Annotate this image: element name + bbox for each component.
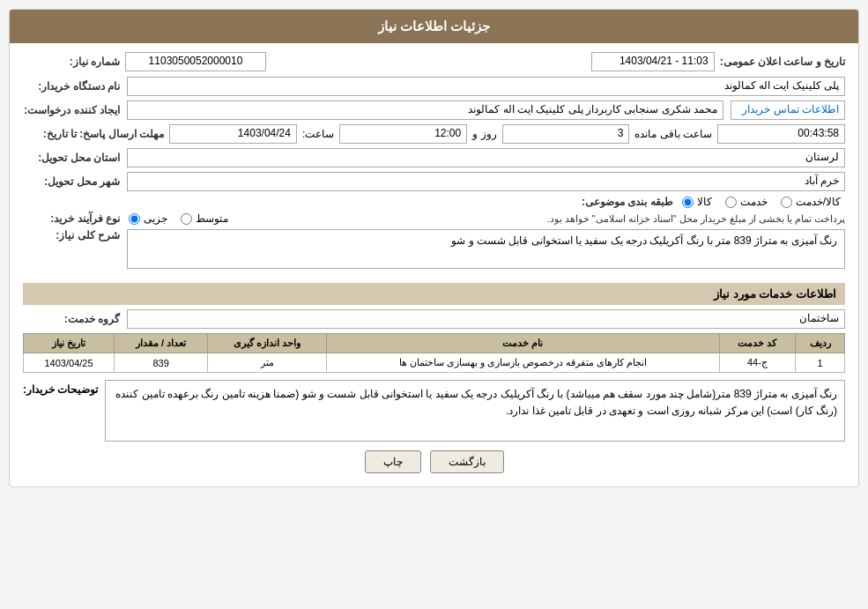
services-section-label: اطلاعات خدمات مورد نیاز [714, 287, 836, 301]
buyer-notes-value: رنگ آمیزی به متراژ 839 متر(شامل چند مورد… [115, 388, 837, 417]
print-button[interactable]: چاپ [365, 450, 421, 473]
requester-label: ایجاد کننده درخواست: [23, 104, 120, 116]
top-header-row: تاریخ و ساعت اعلان عمومی: 1403/04/21 - 1… [23, 52, 845, 71]
category-option-label-kala-khedmat: کالا/خدمت [796, 196, 841, 208]
services-table: ردیف کد خدمت نام خدمت واحد اندازه گیری ت… [23, 333, 845, 373]
process-row: پرداخت تمام یا بخشی از مبلغ خریدار محل "… [23, 212, 845, 225]
category-radio-kala-khedmat[interactable] [781, 197, 792, 208]
process-label: نوع فرآیند خرید: [23, 212, 120, 225]
page-wrapper: جزئیات اطلاعات نیاز تاریخ و ساعت اعلان ع… [0, 0, 868, 609]
buyer-org-value: پلی کلینیک ایت اله کمالوند [127, 77, 845, 96]
need-number-col: 1103050052000010 شماره نیاز: [23, 52, 266, 71]
category-row: کالا/خدمت خدمت کالا طبقه بندی موضوعی: [23, 196, 845, 208]
category-option-khedmat[interactable]: خدمت [725, 196, 768, 208]
province-label: استان محل تحویل: [23, 152, 120, 164]
table-body: 1ج-44انجام کارهای متفرقه درخصوص بازسازی … [24, 353, 845, 373]
category-radio-khedmat[interactable] [725, 197, 737, 208]
deadline-label: مهلت ارسال پاسخ: تا تاریخ: [23, 128, 164, 140]
deadline-date: 1403/04/24 [169, 124, 297, 144]
process-option-label-mutavassit: متوسط [196, 212, 228, 225]
city-row: خرم آباد شهر محل تحویل: [23, 172, 845, 191]
deadline-time: 12:00 [339, 124, 467, 144]
table-cell-quantity: 839 [115, 353, 208, 373]
need-desc-box: رنگ آمیزی به متراژ 839 متر با رنگ آکریلی… [127, 229, 845, 269]
buyer-org-label: نام دستگاه خریدار: [23, 80, 120, 93]
col-header-row: ردیف [796, 334, 845, 353]
time-label: ساعت: [302, 128, 334, 140]
services-section-header: اطلاعات خدمات مورد نیاز [23, 283, 845, 305]
process-radio-jozii[interactable] [129, 213, 140, 225]
need-number-value: 1103050052000010 [125, 52, 266, 71]
table-wrapper: ردیف کد خدمت نام خدمت واحد اندازه گیری ت… [23, 333, 845, 373]
city-label: شهر محل تحویل: [23, 175, 120, 188]
category-radio-group: کالا/خدمت خدمت کالا [682, 196, 841, 208]
buyer-notes-box: رنگ آمیزی به متراژ 839 متر(شامل چند مورد… [105, 380, 845, 442]
need-number-label: شماره نیاز: [23, 56, 120, 68]
province-value: لرستان [127, 148, 845, 167]
need-desc-label: شرح کلی نیاز: [23, 229, 120, 241]
table-cell-row: 1 [796, 353, 845, 373]
need-desc-row: رنگ آمیزی به متراژ 839 متر با رنگ آکریلی… [23, 229, 845, 276]
announce-datetime-label: تاریخ و ساعت اعلان عمومی: [720, 56, 845, 68]
col-header-code: کد خدمت [719, 334, 795, 353]
service-group-row: ساختمان گروه خدمت: [23, 309, 845, 329]
table-cell-date: 1403/04/25 [24, 353, 115, 373]
category-option-label-khedmat: خدمت [740, 196, 768, 208]
category-radio-kala[interactable] [682, 197, 694, 208]
category-option-kala[interactable]: کالا [682, 196, 712, 208]
btn-row: بازگشت چاپ [23, 450, 845, 473]
process-radio-group: متوسط جزیی [129, 212, 228, 225]
need-desc-value: رنگ آمیزی به متراژ 839 متر با رنگ آکریلی… [451, 234, 837, 247]
col-header-qty: تعداد / مقدار [115, 334, 208, 353]
requester-row: اطلاعات تماس خریدار محمد شکری سنجابی کار… [23, 100, 845, 120]
category-label: طبقه بندی موضوعی: [576, 196, 673, 208]
table-head: ردیف کد خدمت نام خدمت واحد اندازه گیری ت… [24, 334, 845, 353]
requester-value: محمد شکری سنجابی کاربرداز پلی کلینیک ایت… [127, 100, 723, 120]
category-option-label-kala: کالا [697, 196, 712, 208]
service-group-value: ساختمان [127, 309, 845, 329]
deadline-days: 3 [502, 124, 630, 144]
buyer-notes-label: توضیحات خریدار: [23, 380, 98, 396]
table-cell-code: ج-44 [719, 353, 795, 373]
process-option-label-jozii: جزیی [144, 212, 167, 225]
buyer-notes-section: رنگ آمیزی به متراژ 839 متر(شامل چند مورد… [23, 380, 845, 442]
col-header-name: نام خدمت [327, 334, 720, 353]
table-cell-name: انجام کارهای متفرقه درخصوص بازسازی و بهس… [327, 353, 720, 373]
deadline-row: 00:43:58 ساعت باقی مانده 3 روز و 12:00 س… [23, 124, 845, 144]
col-header-date: تاریخ نیاز [24, 334, 115, 353]
main-card: جزئیات اطلاعات نیاز تاریخ و ساعت اعلان ع… [9, 9, 859, 487]
process-option-mutavassit[interactable]: متوسط [181, 212, 228, 225]
category-option-kala-khedmat[interactable]: کالا/خدمت [781, 196, 841, 208]
announce-datetime-value: 1403/04/21 - 11:03 [591, 52, 715, 71]
buyer-org-row: پلی کلینیک ایت اله کمالوند نام دستگاه خر… [23, 77, 845, 96]
process-note: پرداخت تمام یا بخشی از مبلغ خریدار محل "… [237, 213, 845, 225]
back-button[interactable]: بازگشت [430, 450, 504, 473]
process-option-jozii[interactable]: جزیی [129, 212, 167, 225]
service-group-label: گروه خدمت: [23, 313, 120, 325]
remaining-value: 00:43:58 [717, 124, 845, 144]
card-header: جزئیات اطلاعات نیاز [10, 10, 858, 43]
remaining-label: ساعت باقی مانده [634, 128, 712, 140]
days-label: روز و [472, 128, 496, 140]
table-cell-unit: متر [208, 353, 327, 373]
table-row: 1ج-44انجام کارهای متفرقه درخصوص بازسازی … [24, 353, 845, 373]
announce-datetime-col: تاریخ و ساعت اعلان عمومی: 1403/04/21 - 1… [591, 52, 845, 71]
process-radio-mutavassit[interactable] [181, 213, 192, 225]
page-title: جزئیات اطلاعات نیاز [378, 19, 490, 33]
card-body: تاریخ و ساعت اعلان عمومی: 1403/04/21 - 1… [10, 43, 858, 486]
city-value: خرم آباد [127, 172, 845, 191]
province-row: لرستان استان محل تحویل: [23, 148, 845, 167]
col-header-unit: واحد اندازه گیری [208, 334, 327, 353]
contact-info-link[interactable]: اطلاعات تماس خریدار [731, 100, 845, 120]
